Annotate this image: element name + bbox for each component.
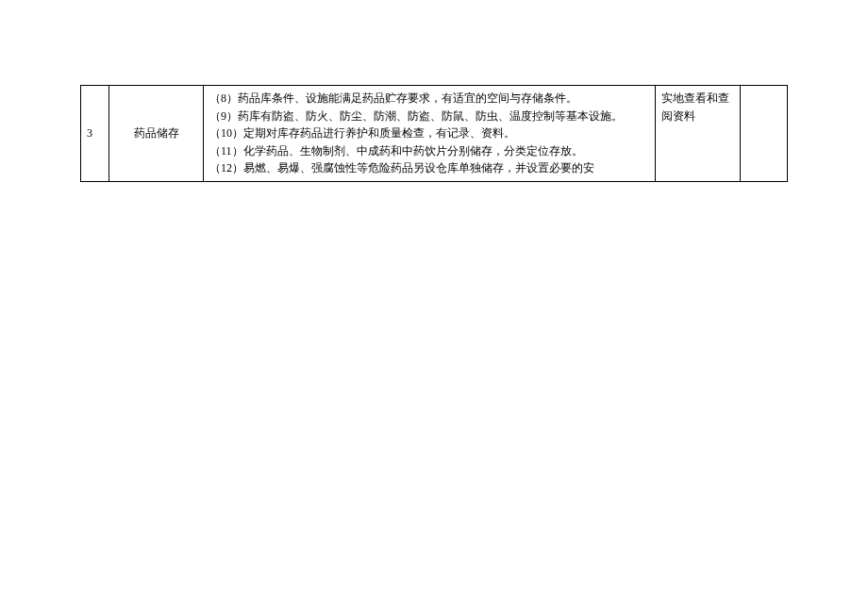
row-content: （8）药品库条件、设施能满足药品贮存要求，有适宜的空间与存储条件。 （9）药库有… [204,86,656,182]
row-remark [741,86,788,182]
content-line: （10）定期对库存药品进行养护和质量检查，有记录、资料。 [209,124,649,142]
row-category: 药品储存 [109,86,204,182]
content-line: （12）易燃、易爆、强腐蚀性等危险药品另设仓库单独储存，并设置必要的安 [209,159,649,177]
row-number: 3 [81,86,109,182]
content-line: （11）化学药品、生物制剂、中成药和中药饮片分别储存，分类定位存放。 [209,142,649,160]
content-line: （8）药品库条件、设施能满足药品贮存要求，有适宜的空间与存储条件。 [209,90,649,108]
content-line: （9）药库有防盗、防火、防尘、防潮、防盗、防鼠、防虫、温度控制等基本设施。 [209,108,649,125]
table-row: 3 药品储存 （8）药品库条件、设施能满足药品贮存要求，有适宜的空间与存储条件。… [81,86,788,182]
document-table: 3 药品储存 （8）药品库条件、设施能满足药品贮存要求，有适宜的空间与存储条件。… [80,85,788,182]
row-check-method: 实地查看和查阅资料 [656,86,741,182]
